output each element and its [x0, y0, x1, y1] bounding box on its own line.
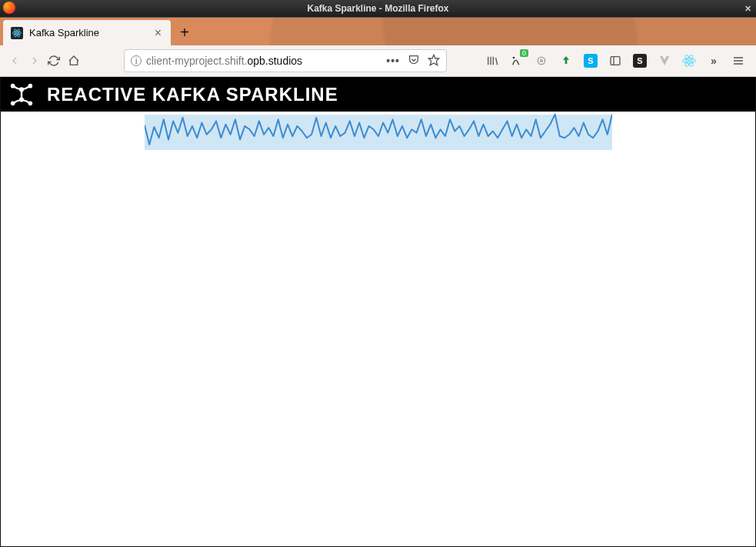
- tab-close-button[interactable]: ×: [153, 26, 163, 40]
- home-button[interactable]: [65, 48, 82, 73]
- bookmark-star-icon[interactable]: [428, 54, 440, 68]
- svg-point-3: [16, 32, 18, 34]
- url-bar[interactable]: i client-myproject.shift.opb.studios •••: [124, 49, 447, 72]
- back-button[interactable]: [6, 48, 23, 73]
- nav-toolbar: i client-myproject.shift.opb.studios •••: [0, 45, 756, 77]
- new-tab-button[interactable]: +: [171, 20, 198, 45]
- toolbar-extensions: S S »: [481, 49, 750, 72]
- reload-button[interactable]: [46, 48, 63, 73]
- react-icon: [11, 27, 23, 39]
- url-actions: •••: [386, 54, 440, 68]
- window-close-button[interactable]: ✕: [744, 4, 751, 14]
- svg-rect-8: [611, 57, 620, 65]
- tab-title: Kafka Sparkline: [29, 27, 147, 38]
- app-title: REACTIVE KAFKA SPARKLINE: [47, 84, 338, 105]
- content-area: [1, 112, 755, 150]
- window-titlebar: Kafka Sparkline - Mozilla Firefox ✕: [0, 0, 756, 17]
- extension-skype-icon[interactable]: S: [579, 49, 602, 72]
- page-actions-icon[interactable]: •••: [386, 55, 400, 67]
- overflow-icon[interactable]: »: [702, 49, 725, 72]
- window-title: Kafka Sparkline - Mozilla Firefox: [307, 3, 448, 14]
- extension-upload-icon[interactable]: [555, 49, 578, 72]
- page-content: REACTIVE KAFKA SPARKLINE: [0, 77, 756, 547]
- tab-strip: Kafka Sparkline × +: [0, 17, 756, 45]
- extension-s-icon[interactable]: S: [628, 49, 651, 72]
- svg-marker-4: [428, 55, 438, 65]
- extension-badged-icon[interactable]: [505, 49, 528, 72]
- extension-gear-icon[interactable]: [530, 49, 553, 72]
- browser-tab[interactable]: Kafka Sparkline ×: [3, 20, 171, 45]
- info-icon[interactable]: i: [131, 55, 142, 66]
- app-header: REACTIVE KAFKA SPARKLINE: [1, 77, 755, 112]
- svg-point-5: [513, 57, 515, 59]
- sidebar-icon[interactable]: [604, 49, 627, 72]
- svg-point-12: [688, 60, 691, 62]
- pocket-icon[interactable]: [408, 54, 420, 68]
- forward-button[interactable]: [26, 48, 43, 73]
- url-text: client-myproject.shift.opb.studios: [146, 55, 381, 67]
- app-logo-icon: [7, 82, 36, 108]
- extension-vue-icon[interactable]: [653, 49, 676, 72]
- sparkline-chart: [145, 115, 612, 150]
- firefox-icon: [3, 2, 15, 14]
- hamburger-menu-icon[interactable]: [727, 49, 750, 72]
- svg-point-7: [541, 60, 543, 62]
- library-icon[interactable]: [481, 49, 504, 72]
- svg-point-6: [538, 57, 545, 64]
- extension-react-icon[interactable]: [678, 49, 701, 72]
